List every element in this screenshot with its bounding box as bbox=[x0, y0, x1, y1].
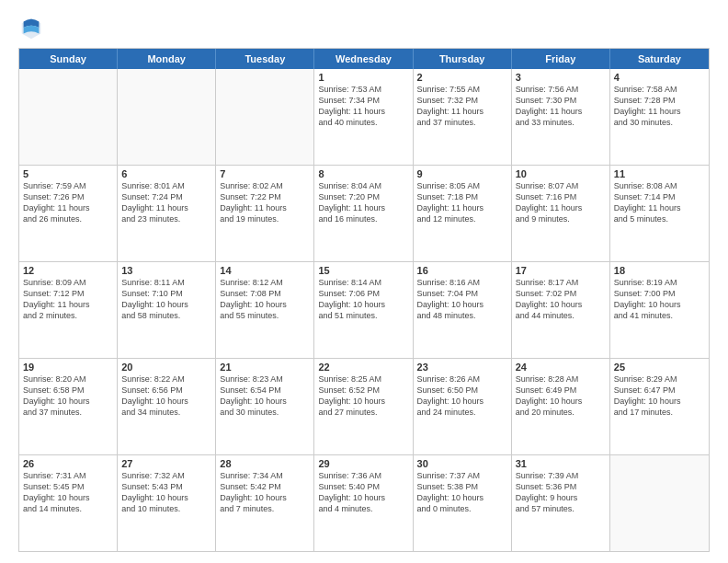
day-number: 16 bbox=[417, 265, 507, 276]
day-number: 15 bbox=[318, 265, 408, 276]
day-info: Sunrise: 8:19 AM Sunset: 7:00 PM Dayligh… bbox=[614, 277, 705, 322]
day-info: Sunrise: 7:58 AM Sunset: 7:28 PM Dayligh… bbox=[614, 84, 705, 129]
calendar-body: 1Sunrise: 7:53 AM Sunset: 7:34 PM Daylig… bbox=[19, 69, 709, 551]
day-info: Sunrise: 8:25 AM Sunset: 6:52 PM Dayligh… bbox=[318, 373, 408, 419]
day-info: Sunrise: 8:23 AM Sunset: 6:54 PM Dayligh… bbox=[220, 373, 310, 419]
weekday-header-thursday: Thursday bbox=[414, 49, 512, 69]
day-number: 11 bbox=[614, 168, 705, 179]
day-info: Sunrise: 8:29 AM Sunset: 6:47 PM Dayligh… bbox=[614, 373, 705, 419]
day-number: 22 bbox=[318, 362, 408, 373]
day-number: 17 bbox=[516, 265, 606, 276]
calendar-cell-empty-0-1 bbox=[118, 69, 216, 165]
calendar-cell-21: 21Sunrise: 8:23 AM Sunset: 6:54 PM Dayli… bbox=[216, 359, 314, 454]
day-number: 9 bbox=[417, 168, 507, 179]
calendar-cell-15: 15Sunrise: 8:14 AM Sunset: 7:06 PM Dayli… bbox=[314, 262, 413, 358]
calendar-row-0: 1Sunrise: 7:53 AM Sunset: 7:34 PM Daylig… bbox=[19, 69, 709, 165]
calendar-cell-22: 22Sunrise: 8:25 AM Sunset: 6:52 PM Dayli… bbox=[314, 359, 413, 454]
day-info: Sunrise: 8:14 AM Sunset: 7:06 PM Dayligh… bbox=[318, 277, 408, 322]
day-number: 23 bbox=[417, 362, 507, 373]
calendar: SundayMondayTuesdayWednesdayThursdayFrid… bbox=[18, 48, 710, 552]
day-info: Sunrise: 7:55 AM Sunset: 7:32 PM Dayligh… bbox=[417, 84, 507, 129]
calendar-cell-4: 4Sunrise: 7:58 AM Sunset: 7:28 PM Daylig… bbox=[610, 69, 709, 165]
day-info: Sunrise: 7:37 AM Sunset: 5:38 PM Dayligh… bbox=[417, 470, 507, 515]
calendar-cell-18: 18Sunrise: 8:19 AM Sunset: 7:00 PM Dayli… bbox=[610, 262, 709, 358]
day-number: 8 bbox=[318, 168, 408, 179]
day-info: Sunrise: 7:34 AM Sunset: 5:42 PM Dayligh… bbox=[220, 470, 310, 515]
calendar-cell-19: 19Sunrise: 8:20 AM Sunset: 6:58 PM Dayli… bbox=[19, 359, 118, 454]
day-number: 18 bbox=[614, 265, 705, 276]
day-number: 10 bbox=[516, 168, 606, 179]
day-info: Sunrise: 8:04 AM Sunset: 7:20 PM Dayligh… bbox=[318, 180, 408, 225]
calendar-cell-25: 25Sunrise: 8:29 AM Sunset: 6:47 PM Dayli… bbox=[610, 359, 709, 454]
calendar-cell-29: 29Sunrise: 7:36 AM Sunset: 5:40 PM Dayli… bbox=[314, 455, 413, 551]
calendar-cell-2: 2Sunrise: 7:55 AM Sunset: 7:32 PM Daylig… bbox=[414, 69, 512, 165]
day-info: Sunrise: 8:17 AM Sunset: 7:02 PM Dayligh… bbox=[516, 277, 606, 322]
calendar-cell-11: 11Sunrise: 8:08 AM Sunset: 7:14 PM Dayli… bbox=[610, 166, 709, 261]
day-info: Sunrise: 8:28 AM Sunset: 6:49 PM Dayligh… bbox=[516, 373, 606, 419]
page: SundayMondayTuesdayWednesdayThursdayFrid… bbox=[0, 0, 728, 563]
calendar-cell-31: 31Sunrise: 7:39 AM Sunset: 5:36 PM Dayli… bbox=[512, 455, 610, 551]
calendar-cell-28: 28Sunrise: 7:34 AM Sunset: 5:42 PM Dayli… bbox=[216, 455, 314, 551]
day-info: Sunrise: 8:09 AM Sunset: 7:12 PM Dayligh… bbox=[23, 277, 113, 322]
calendar-row-4: 26Sunrise: 7:31 AM Sunset: 5:45 PM Dayli… bbox=[19, 454, 709, 551]
day-info: Sunrise: 7:32 AM Sunset: 5:43 PM Dayligh… bbox=[121, 470, 211, 515]
day-info: Sunrise: 7:53 AM Sunset: 7:34 PM Dayligh… bbox=[318, 84, 408, 129]
day-number: 21 bbox=[220, 362, 310, 373]
calendar-cell-9: 9Sunrise: 8:05 AM Sunset: 7:18 PM Daylig… bbox=[414, 166, 512, 261]
day-number: 4 bbox=[614, 72, 705, 83]
calendar-cell-1: 1Sunrise: 7:53 AM Sunset: 7:34 PM Daylig… bbox=[314, 69, 413, 165]
day-info: Sunrise: 7:59 AM Sunset: 7:26 PM Dayligh… bbox=[23, 180, 113, 225]
day-info: Sunrise: 8:12 AM Sunset: 7:08 PM Dayligh… bbox=[220, 277, 310, 322]
calendar-cell-8: 8Sunrise: 8:04 AM Sunset: 7:20 PM Daylig… bbox=[314, 166, 413, 261]
weekday-header-tuesday: Tuesday bbox=[216, 49, 314, 69]
day-number: 5 bbox=[23, 168, 113, 179]
calendar-cell-3: 3Sunrise: 7:56 AM Sunset: 7:30 PM Daylig… bbox=[512, 69, 610, 165]
day-number: 3 bbox=[516, 72, 606, 83]
day-number: 28 bbox=[220, 458, 310, 469]
day-info: Sunrise: 7:56 AM Sunset: 7:30 PM Dayligh… bbox=[516, 84, 606, 129]
calendar-cell-27: 27Sunrise: 7:32 AM Sunset: 5:43 PM Dayli… bbox=[118, 455, 216, 551]
calendar-cell-6: 6Sunrise: 8:01 AM Sunset: 7:24 PM Daylig… bbox=[118, 166, 216, 261]
day-number: 25 bbox=[614, 362, 705, 373]
day-info: Sunrise: 8:22 AM Sunset: 6:56 PM Dayligh… bbox=[121, 373, 211, 419]
calendar-row-3: 19Sunrise: 8:20 AM Sunset: 6:58 PM Dayli… bbox=[19, 358, 709, 454]
day-number: 26 bbox=[23, 458, 113, 469]
day-info: Sunrise: 8:01 AM Sunset: 7:24 PM Dayligh… bbox=[121, 180, 211, 225]
day-info: Sunrise: 8:02 AM Sunset: 7:22 PM Dayligh… bbox=[220, 180, 310, 225]
day-number: 19 bbox=[23, 362, 113, 373]
calendar-cell-5: 5Sunrise: 7:59 AM Sunset: 7:26 PM Daylig… bbox=[19, 166, 118, 261]
calendar-cell-10: 10Sunrise: 8:07 AM Sunset: 7:16 PM Dayli… bbox=[512, 166, 610, 261]
day-number: 12 bbox=[23, 265, 113, 276]
calendar-cell-empty-0-2 bbox=[216, 69, 314, 165]
day-info: Sunrise: 7:36 AM Sunset: 5:40 PM Dayligh… bbox=[318, 470, 408, 515]
day-info: Sunrise: 8:20 AM Sunset: 6:58 PM Dayligh… bbox=[23, 373, 113, 419]
weekday-header-monday: Monday bbox=[118, 49, 216, 69]
header bbox=[18, 15, 710, 40]
day-info: Sunrise: 8:16 AM Sunset: 7:04 PM Dayligh… bbox=[417, 277, 507, 322]
day-number: 2 bbox=[417, 72, 507, 83]
calendar-cell-13: 13Sunrise: 8:11 AM Sunset: 7:10 PM Dayli… bbox=[118, 262, 216, 358]
day-info: Sunrise: 8:07 AM Sunset: 7:16 PM Dayligh… bbox=[516, 180, 606, 225]
day-number: 7 bbox=[220, 168, 310, 179]
day-number: 31 bbox=[516, 458, 606, 469]
calendar-cell-empty-4-6 bbox=[610, 455, 709, 551]
day-info: Sunrise: 7:39 AM Sunset: 5:36 PM Dayligh… bbox=[516, 470, 606, 515]
day-number: 30 bbox=[417, 458, 507, 469]
weekday-header-friday: Friday bbox=[512, 49, 610, 69]
calendar-cell-20: 20Sunrise: 8:22 AM Sunset: 6:56 PM Dayli… bbox=[118, 359, 216, 454]
calendar-cell-12: 12Sunrise: 8:09 AM Sunset: 7:12 PM Dayli… bbox=[19, 262, 118, 358]
calendar-header: SundayMondayTuesdayWednesdayThursdayFrid… bbox=[19, 49, 709, 69]
weekday-header-wednesday: Wednesday bbox=[314, 49, 413, 69]
day-number: 29 bbox=[318, 458, 408, 469]
day-number: 6 bbox=[121, 168, 211, 179]
calendar-row-1: 5Sunrise: 7:59 AM Sunset: 7:26 PM Daylig… bbox=[19, 165, 709, 261]
weekday-header-saturday: Saturday bbox=[610, 49, 709, 69]
day-number: 20 bbox=[121, 362, 211, 373]
calendar-cell-7: 7Sunrise: 8:02 AM Sunset: 7:22 PM Daylig… bbox=[216, 166, 314, 261]
calendar-cell-23: 23Sunrise: 8:26 AM Sunset: 6:50 PM Dayli… bbox=[414, 359, 512, 454]
calendar-row-2: 12Sunrise: 8:09 AM Sunset: 7:12 PM Dayli… bbox=[19, 261, 709, 358]
day-info: Sunrise: 8:05 AM Sunset: 7:18 PM Dayligh… bbox=[417, 180, 507, 225]
calendar-cell-30: 30Sunrise: 7:37 AM Sunset: 5:38 PM Dayli… bbox=[414, 455, 512, 551]
day-info: Sunrise: 8:11 AM Sunset: 7:10 PM Dayligh… bbox=[121, 277, 211, 322]
calendar-cell-24: 24Sunrise: 8:28 AM Sunset: 6:49 PM Dayli… bbox=[512, 359, 610, 454]
